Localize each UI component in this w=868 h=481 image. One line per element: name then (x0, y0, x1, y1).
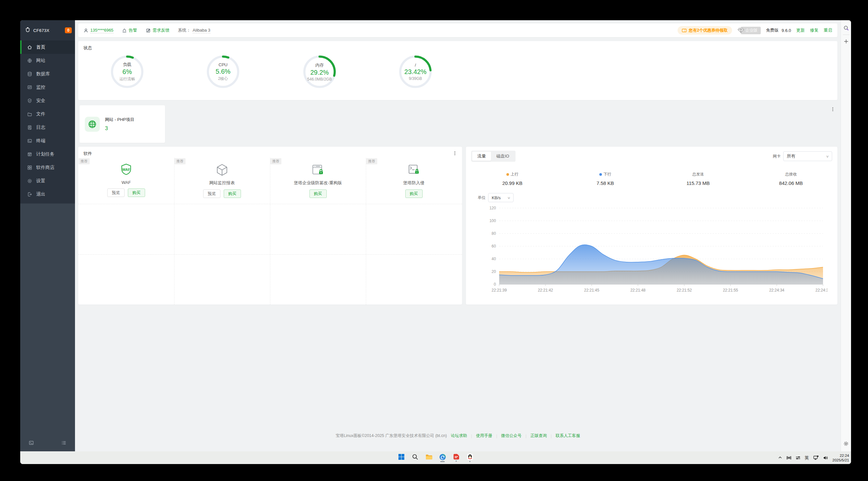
traffic-stat-1: 下行 7.58 KB (559, 172, 652, 186)
sidebar-item-globe[interactable]: 网站 (20, 54, 75, 67)
taskbar-center (397, 451, 474, 464)
enterprise-badge[interactable]: 企业版 (737, 27, 761, 34)
sidebar-item-calendar[interactable]: 计划任务 (20, 147, 75, 161)
sidebar-item-grid[interactable]: 软件商店 (20, 161, 75, 174)
tray-chevron-up-icon[interactable] (778, 456, 782, 460)
nic-select[interactable]: 所有 ∨ (783, 151, 832, 161)
feedback-icon (146, 28, 151, 33)
dock-console-icon[interactable] (28, 440, 35, 446)
stat-value: 115.73 MB (652, 180, 745, 186)
recommend-badge: 推荐 (366, 158, 377, 164)
sidebar-item-shield-check[interactable]: 安全 (20, 94, 75, 107)
gauge-value: 5.6% (216, 68, 230, 75)
footer-separator: | (551, 434, 552, 438)
topbar-right: 您有2个优惠券待领取 企业版 免费版 9.6.0 更新 修复 重启 (678, 26, 832, 35)
software-card-3: 推荐 堡塔防入侵 购买 (366, 158, 462, 204)
message-count-badge[interactable]: 0 (65, 27, 72, 33)
tray-sliders-icon[interactable] (796, 456, 801, 460)
alarm-link[interactable]: 告警 (122, 27, 137, 33)
preview-button[interactable]: 预览 (203, 189, 220, 198)
footer-link-2[interactable]: 微信公众号 (501, 433, 522, 439)
restart-link[interactable]: 重启 (824, 27, 832, 33)
system-info[interactable]: 系统： Alibaba 3 (178, 27, 210, 33)
buy-button[interactable]: 购买 (128, 188, 145, 197)
recommend-badge: 推荐 (270, 158, 281, 164)
sidebar-item-label: 首页 (36, 44, 45, 50)
home-icon (27, 45, 32, 50)
dock-list-icon[interactable] (61, 440, 67, 446)
footer-link-4[interactable]: 联系人工客服 (556, 433, 580, 439)
status-gauge-2: 内存 29.2% 546.0MB/2GB (303, 55, 337, 89)
windows-start-icon[interactable] (397, 452, 406, 463)
sidebar-item-logout[interactable]: 退出 (20, 187, 75, 201)
preview-button[interactable]: 预览 (107, 188, 125, 197)
svg-text:22:21:48: 22:21:48 (630, 288, 646, 293)
footer-link-3[interactable]: 正版查询 (530, 433, 547, 439)
buy-button[interactable]: 购买 (224, 189, 241, 198)
overview-more-icon[interactable] (830, 106, 836, 113)
file-explorer-icon[interactable] (424, 452, 433, 463)
brand-shield-icon (25, 27, 31, 34)
coupon-banner[interactable]: 您有2个优惠券待领取 (678, 26, 732, 35)
status-panel: 状态 负载 6% 运行流畅 CPU 5.6% 2核心 内存 29.2% (78, 41, 837, 100)
sidebar-item-home[interactable]: 首页 (20, 40, 75, 54)
sidebar-item-monitor[interactable]: 监控 (20, 81, 75, 94)
software-more-icon[interactable] (452, 150, 458, 156)
sidebar-item-label: 数据库 (36, 71, 50, 77)
qq-app-icon[interactable] (465, 452, 474, 463)
taskbar-search-icon[interactable] (410, 452, 420, 463)
traffic-stat-0: 上行 20.99 KB (466, 172, 559, 186)
software-card-2: 推荐 堡塔企业级防篡改-重构版 购买 (270, 158, 366, 204)
search-icon[interactable] (843, 25, 849, 31)
copyright-text: 宝塔Linux面板©2014-2025 广东堡塔安全技术有限公司 (bt.cn) (336, 433, 447, 439)
buy-button[interactable]: 购买 (405, 189, 423, 198)
software-name: WAF (122, 180, 131, 185)
footer-link-1[interactable]: 使用手册 (476, 433, 492, 439)
unit-label: 单位 (478, 195, 486, 201)
sidebar-item-database[interactable]: 数据库 (20, 67, 75, 81)
edge-browser-icon[interactable] (438, 452, 447, 463)
gauge-value: 23.42% (404, 68, 427, 76)
volume-icon[interactable] (823, 456, 828, 460)
sidebar-item-gear[interactable]: 设置 (20, 174, 75, 187)
tray-input-app-icon[interactable] (786, 456, 792, 460)
update-link[interactable]: 更新 (796, 27, 805, 33)
unit-selector: 单位 KB/s ∨ (478, 193, 514, 202)
buy-button[interactable]: 购买 (309, 189, 327, 198)
taskbar-clock[interactable]: 22:24 2025/5/21 (833, 453, 849, 462)
site-overview-card[interactable]: 网站 - PHP项目 3 (80, 105, 165, 143)
status-gauge-1: CPU 5.6% 2核心 (206, 55, 240, 89)
right-toolbar (841, 20, 851, 451)
traffic-stat-2: 总发送 115.73 MB (652, 172, 745, 186)
unit-select[interactable]: KB/s ∨ (488, 193, 514, 202)
sidebar-item-terminal[interactable]: 终端 (20, 134, 75, 147)
sidebar-item-log[interactable]: 日志 (20, 121, 75, 134)
repair-link[interactable]: 修复 (810, 27, 818, 33)
svg-text:22:24:35: 22:24:35 (815, 288, 828, 293)
add-icon[interactable] (843, 38, 849, 45)
footer-link-0[interactable]: 论坛求助 (451, 433, 467, 439)
clock-time: 22:24 (833, 453, 849, 458)
user-account[interactable]: 135****6965 (84, 28, 114, 33)
shield-check-icon (27, 98, 32, 103)
remote-desktop-screen: CF673X 0 首页网站数据库监控安全文件日志终端计划任务软件商店设置退出 (20, 20, 851, 464)
window-lock-icon (311, 162, 325, 177)
tab-disk-io[interactable]: 磁盘IO (491, 152, 515, 161)
input-language-indicator[interactable]: 英 (805, 455, 809, 461)
svg-text:40: 40 (492, 257, 496, 261)
footer-separator: | (471, 434, 472, 438)
gauge-value: 29.2% (310, 69, 329, 76)
sidebar-item-folder[interactable]: 文件 (20, 107, 75, 121)
app-running-indicator (469, 461, 470, 462)
feedback-link[interactable]: 需求反馈 (146, 27, 169, 33)
traffic-panel: 流量 磁盘IO 网卡 所有 ∨ 上行 20.99 KB下行 7.58 KB总发送… (466, 147, 837, 305)
sidebar-menu: 首页网站数据库监控安全文件日志终端计划任务软件商店设置退出 (20, 40, 75, 204)
network-icon[interactable] (813, 455, 819, 460)
red-office-app-icon[interactable] (452, 452, 461, 463)
page-footer: 宝塔Linux面板©2014-2025 广东堡塔安全技术有限公司 (bt.cn)… (75, 433, 841, 439)
tab-traffic[interactable]: 流量 (472, 152, 491, 161)
gear-icon[interactable] (843, 440, 849, 447)
traffic-tabs: 流量 磁盘IO (471, 151, 516, 162)
gauge-sub: 9/39GB (409, 76, 422, 81)
sidebar-item-label: 设置 (36, 178, 45, 184)
